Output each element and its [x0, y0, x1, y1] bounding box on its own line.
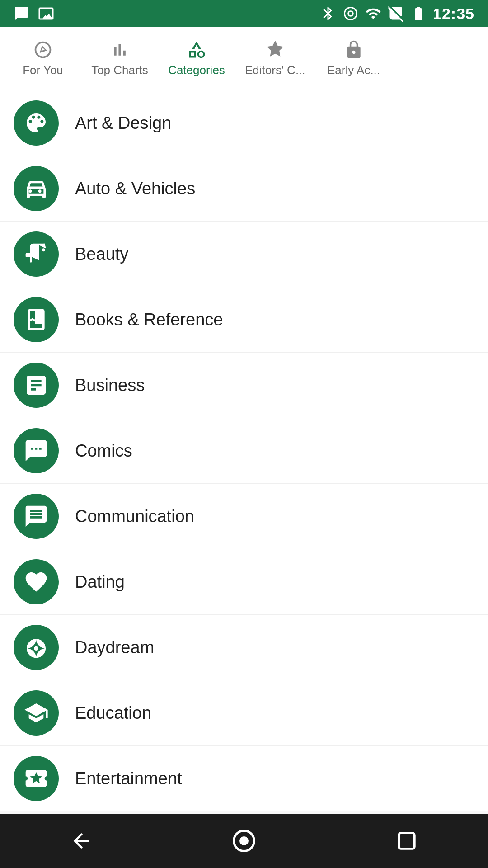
tab-editors-choice[interactable]: Editors' C...	[235, 35, 315, 82]
svg-rect-4	[399, 833, 415, 849]
speech-bubble-icon	[23, 438, 49, 463]
battery-icon	[410, 5, 427, 22]
home-button[interactable]	[226, 823, 262, 859]
car-icon	[23, 176, 49, 201]
tab-editors-choice-label: Editors' C...	[245, 63, 305, 77]
status-bar: 12:35	[0, 0, 488, 27]
category-name: Dating	[75, 572, 125, 592]
home-circle-icon	[230, 827, 258, 854]
bottom-nav-bar	[0, 814, 488, 868]
recents-square-icon	[395, 829, 418, 853]
star-badge-icon	[265, 40, 285, 60]
recents-button[interactable]	[389, 823, 425, 859]
svg-point-3	[239, 836, 249, 845]
clock: 12:35	[433, 5, 474, 23]
signal-icon	[388, 5, 404, 22]
daydream-icon-circle	[14, 625, 59, 670]
entertainment-icon-circle	[14, 756, 59, 801]
list-item[interactable]: Books & Reference	[0, 287, 488, 353]
ticket-icon	[23, 766, 49, 791]
notification-icon	[14, 5, 30, 22]
tab-early-access[interactable]: Early Ac...	[315, 35, 392, 82]
palette-icon	[23, 110, 49, 136]
flower-icon	[23, 635, 49, 660]
business-icon-circle	[14, 363, 59, 408]
categories-icon	[187, 40, 206, 60]
list-item[interactable]: Auto & Vehicles	[0, 156, 488, 222]
category-name: Communication	[75, 507, 194, 526]
back-button[interactable]	[63, 823, 99, 859]
list-item[interactable]: Daydream	[0, 615, 488, 680]
sync-icon	[343, 5, 359, 22]
dating-icon-circle	[14, 559, 59, 604]
books-reference-icon-circle	[14, 297, 59, 342]
category-name: Books & Reference	[75, 310, 223, 330]
bar-chart-icon	[110, 40, 130, 60]
hair-dryer-icon	[23, 241, 49, 267]
category-name: Comics	[75, 441, 132, 461]
business-chart-icon	[23, 373, 49, 398]
category-name: Art & Design	[75, 113, 171, 133]
category-name: Entertainment	[75, 769, 182, 788]
tab-for-you[interactable]: For You	[5, 35, 81, 82]
list-item[interactable]: Business	[0, 353, 488, 418]
tab-early-access-label: Early Ac...	[327, 63, 380, 77]
list-item[interactable]: Education	[0, 680, 488, 746]
heart-icon	[23, 569, 49, 594]
list-item[interactable]: Art & Design	[0, 90, 488, 156]
tab-bar: For You Top Charts Categories Editors' C…	[0, 27, 488, 90]
auto-vehicles-icon-circle	[14, 166, 59, 211]
category-name: Auto & Vehicles	[75, 179, 195, 198]
tab-top-charts-label: Top Charts	[91, 63, 148, 77]
tab-categories[interactable]: Categories	[158, 35, 235, 82]
tab-for-you-label: For You	[23, 63, 63, 77]
comics-icon-circle	[14, 428, 59, 473]
book-icon	[23, 307, 49, 332]
status-bar-left-icons	[14, 5, 54, 22]
category-list: Art & Design Auto & Vehicles Beauty	[0, 90, 488, 811]
svg-point-0	[42, 248, 45, 251]
list-item[interactable]: Entertainment	[0, 746, 488, 811]
list-item[interactable]: Beauty	[0, 222, 488, 287]
education-icon-circle	[14, 690, 59, 736]
list-item[interactable]: Communication	[0, 484, 488, 549]
image-icon	[38, 5, 54, 22]
list-item[interactable]: Dating	[0, 549, 488, 615]
tab-top-charts[interactable]: Top Charts	[81, 35, 158, 82]
wifi-icon	[365, 5, 381, 22]
beauty-icon-circle	[14, 231, 59, 277]
art-design-icon-circle	[14, 100, 59, 146]
communication-icon-circle	[14, 494, 59, 539]
compass-icon	[33, 40, 53, 60]
graduation-cap-icon	[23, 700, 49, 726]
category-name: Business	[75, 376, 145, 395]
content-area: Art & Design Auto & Vehicles Beauty	[0, 90, 488, 832]
chat-icon	[23, 504, 49, 529]
back-arrow-icon	[70, 829, 93, 853]
svg-point-1	[34, 646, 38, 651]
category-name: Daydream	[75, 638, 154, 657]
category-name: Beauty	[75, 245, 128, 264]
status-bar-right-icons: 12:35	[320, 5, 474, 23]
bluetooth-icon	[320, 5, 336, 22]
category-name: Education	[75, 703, 151, 723]
lock-icon	[344, 40, 364, 60]
tab-categories-label: Categories	[168, 63, 225, 77]
list-item[interactable]: Comics	[0, 418, 488, 484]
